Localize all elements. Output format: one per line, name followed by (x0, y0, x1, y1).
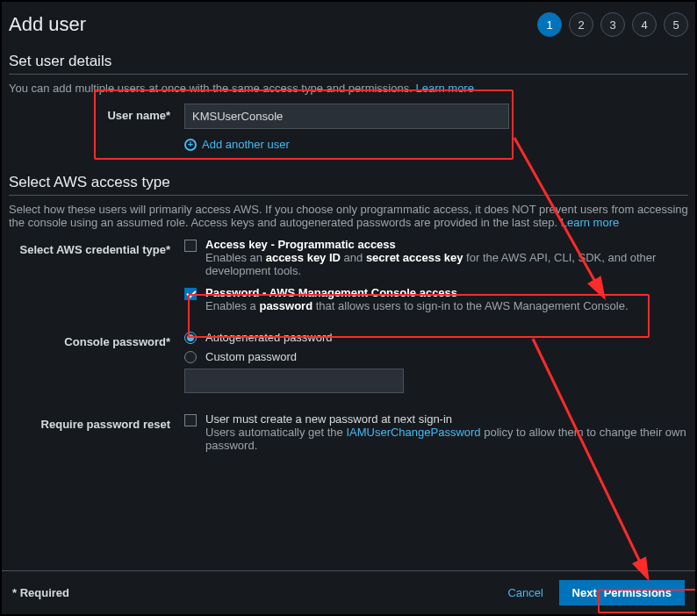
divider (9, 74, 688, 75)
required-note: * Required (12, 586, 69, 599)
step-3[interactable]: 3 (600, 12, 625, 37)
credential-type-label: Select AWS credential type* (9, 238, 184, 256)
require-reset-checkbox[interactable] (184, 414, 197, 426)
step-4[interactable]: 4 (632, 12, 657, 37)
password-option[interactable]: Password - AWS Management Console access… (184, 286, 688, 312)
step-1[interactable]: 1 (537, 12, 562, 37)
step-5[interactable]: 5 (664, 12, 688, 37)
access-key-subtitle: Enables an access key ID and secret acce… (205, 251, 688, 277)
add-another-user-button[interactable]: + Add another user (184, 138, 688, 151)
username-label: User name* (9, 104, 184, 122)
autogen-radio[interactable] (184, 332, 197, 344)
console-password-row: Console password* Autogenerated password… (9, 330, 688, 393)
step-2[interactable]: 2 (569, 12, 593, 37)
user-details-heading: Set user details (9, 53, 688, 70)
custom-label: Custom password (205, 350, 297, 363)
username-row: User name* + Add another user (9, 104, 688, 151)
header: Add user 1 2 3 4 5 (9, 12, 688, 37)
password-title: Password - AWS Management Console access (205, 286, 629, 299)
console-password-label: Console password* (9, 330, 184, 348)
learn-more-link[interactable]: Learn more (561, 216, 619, 229)
custom-password-option[interactable]: Custom password (184, 349, 688, 363)
access-key-checkbox[interactable] (184, 240, 197, 252)
require-reset-option[interactable]: User must create a new password at next … (184, 412, 688, 452)
password-subtitle: Enables a password that allows users to … (205, 299, 629, 312)
autogen-label: Autogenerated password (205, 331, 333, 344)
learn-more-link[interactable]: Learn more (415, 82, 473, 95)
password-checkbox[interactable] (184, 288, 197, 300)
custom-password-input[interactable] (184, 369, 404, 393)
user-details-description: You can add multiple users at once with … (9, 82, 688, 95)
username-input[interactable] (184, 104, 509, 129)
wizard-steps: 1 2 3 4 5 (537, 12, 688, 37)
add-another-user-label: Add another user (202, 138, 290, 151)
autogen-password-option[interactable]: Autogenerated password (184, 330, 688, 344)
require-reset-line2: Users automatically get the IAMUserChang… (205, 426, 688, 452)
iam-policy-link[interactable]: IAMUserChangePassword (346, 426, 480, 439)
access-key-option[interactable]: Access key - Programmatic access Enables… (184, 238, 688, 277)
next-permissions-button[interactable]: Next: Permissions (559, 580, 685, 605)
access-key-title: Access key - Programmatic access (205, 238, 688, 251)
desc-text: You can add multiple users at once with … (9, 82, 415, 95)
require-reset-label: Require password reset (9, 412, 184, 431)
custom-radio[interactable] (184, 351, 197, 363)
credential-type-row: Select AWS credential type* Access key -… (9, 238, 688, 319)
require-reset-line1: User must create a new password at next … (205, 412, 688, 426)
access-type-heading: Select AWS access type (9, 174, 688, 191)
page-title: Add user (9, 13, 86, 36)
divider (9, 195, 688, 196)
access-type-description: Select how these users will primarily ac… (9, 203, 688, 229)
plus-circle-icon: + (184, 139, 197, 151)
cancel-button[interactable]: Cancel (495, 581, 555, 605)
footer: * Required Cancel Next: Permissions (2, 570, 695, 614)
require-reset-row: Require password reset User must create … (9, 412, 688, 459)
